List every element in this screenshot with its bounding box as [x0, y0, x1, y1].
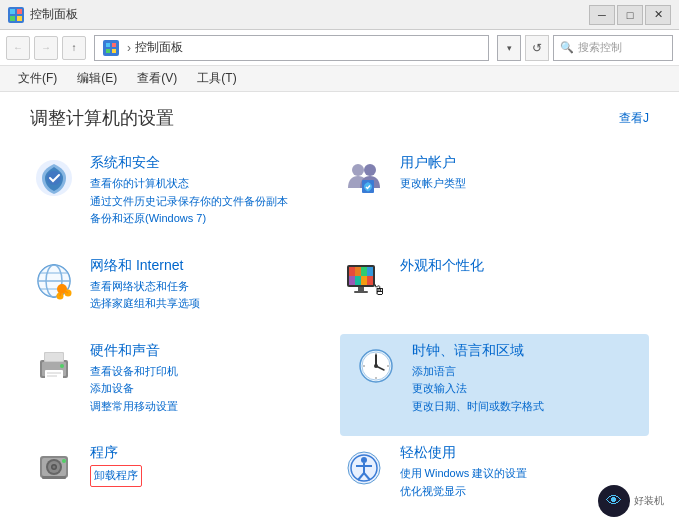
svg-rect-7 [112, 49, 116, 53]
category-user-accounts: 用户帐户 更改帐户类型 [340, 146, 650, 249]
homegroup-link[interactable]: 选择家庭组和共享选项 [90, 295, 328, 313]
page-title: 调整计算机的设置 [30, 106, 174, 130]
uninstall-box: 卸载程序 [90, 465, 142, 487]
address-path[interactable]: › 控制面板 [94, 35, 489, 61]
uninstall-programs-link[interactable]: 卸载程序 [90, 465, 328, 487]
svg-rect-40 [45, 353, 63, 361]
add-device-link[interactable]: 添加设备 [90, 380, 328, 398]
category-hardware: 硬件和声音 查看设备和打印机 添加设备 调整常用移动设置 [30, 334, 340, 437]
main-content: 调整计算机的设置 查看J 系统和安全 查看你的计算机状态 通过文件历史记录保存你… [0, 92, 679, 529]
svg-point-44 [60, 364, 64, 368]
back-button[interactable]: ← [6, 36, 30, 60]
title-bar: 控制面板 ─ □ ✕ [0, 0, 679, 30]
watermark-text: 好装机 [634, 494, 664, 508]
menu-tools[interactable]: 工具(T) [189, 67, 244, 90]
current-path: 控制面板 [135, 39, 183, 56]
svg-text:🖱: 🖱 [372, 282, 386, 298]
svg-rect-2 [10, 16, 15, 21]
path-icon [103, 40, 119, 56]
svg-rect-35 [354, 291, 368, 293]
user-accounts-title[interactable]: 用户帐户 [400, 154, 638, 172]
menu-view[interactable]: 查看(V) [129, 67, 185, 90]
svg-point-59 [53, 466, 56, 469]
clock-language-title[interactable]: 时钟、语言和区域 [412, 342, 638, 360]
network-content: 网络和 Internet 查看网络状态和任务 选择家庭组和共享选项 [90, 257, 328, 313]
programs-title[interactable]: 程序 [90, 444, 328, 462]
svg-rect-28 [361, 267, 367, 276]
search-box[interactable]: 🔍 搜索控制 [553, 35, 673, 61]
category-clock-language: 时钟、语言和区域 添加语言 更改输入法 更改日期、时间或数字格式 [340, 334, 650, 437]
category-programs: 程序 卸载程序 [30, 436, 340, 521]
search-icon: 🔍 [560, 41, 574, 54]
svg-point-60 [62, 459, 66, 463]
system-status-link[interactable]: 查看你的计算机状态 [90, 175, 328, 193]
network-title[interactable]: 网络和 Internet [90, 257, 328, 275]
change-date-time-link[interactable]: 更改日期、时间或数字格式 [412, 398, 638, 416]
svg-rect-3 [17, 16, 22, 21]
maximize-button[interactable]: □ [617, 5, 643, 25]
svg-rect-27 [355, 267, 361, 276]
categories-grid: 系统和安全 查看你的计算机状态 通过文件历史记录保存你的文件备份副本 备份和还原… [0, 138, 679, 529]
address-bar: ← → ↑ › 控制面板 ▾ ↺ 🔍 搜索控制 [0, 30, 679, 66]
hardware-content: 硬件和声音 查看设备和打印机 添加设备 调整常用移动设置 [90, 342, 328, 416]
appearance-content: 外观和个性化 [400, 257, 638, 278]
svg-point-10 [352, 164, 364, 176]
clock-language-icon [352, 342, 400, 390]
window-title: 控制面板 [30, 6, 78, 23]
search-placeholder: 搜索控制 [578, 40, 622, 55]
menu-edit[interactable]: 编辑(E) [69, 67, 125, 90]
svg-rect-5 [112, 43, 116, 47]
add-language-link[interactable]: 添加语言 [412, 363, 638, 381]
svg-point-11 [364, 164, 376, 176]
svg-rect-61 [42, 476, 66, 479]
system-security-content: 系统和安全 查看你的计算机状态 通过文件历史记录保存你的文件备份副本 备份和还原… [90, 154, 328, 228]
watermark: 👁 好装机 [591, 481, 671, 521]
close-button[interactable]: ✕ [645, 5, 671, 25]
file-history-link[interactable]: 通过文件历史记录保存你的文件备份副本 [90, 193, 328, 211]
path-dropdown[interactable]: ▾ [497, 35, 521, 61]
change-account-type-link[interactable]: 更改帐户类型 [400, 175, 638, 193]
svg-rect-6 [106, 49, 110, 53]
category-network: 网络和 Internet 查看网络状态和任务 选择家庭组和共享选项 [30, 249, 340, 334]
category-appearance: 🖱 外观和个性化 [340, 249, 650, 334]
minimize-button[interactable]: ─ [589, 5, 615, 25]
programs-content: 程序 卸载程序 [90, 444, 328, 487]
ease-of-access-icon [340, 444, 388, 492]
system-security-title[interactable]: 系统和安全 [90, 154, 328, 172]
network-icon [30, 257, 78, 305]
svg-rect-34 [358, 287, 364, 291]
ease-of-access-title[interactable]: 轻松使用 [400, 444, 638, 462]
programs-icon [30, 444, 78, 492]
menu-file[interactable]: 文件(F) [10, 67, 65, 90]
mobile-settings-link[interactable]: 调整常用移动设置 [90, 398, 328, 416]
svg-rect-32 [361, 276, 367, 285]
svg-rect-30 [349, 276, 355, 285]
svg-point-53 [374, 364, 378, 368]
forward-button[interactable]: → [34, 36, 58, 60]
svg-rect-4 [106, 43, 110, 47]
clock-language-content: 时钟、语言和区域 添加语言 更改输入法 更改日期、时间或数字格式 [412, 342, 638, 416]
refresh-button[interactable]: ↺ [525, 35, 549, 61]
menu-bar: 文件(F) 编辑(E) 查看(V) 工具(T) [0, 66, 679, 92]
svg-rect-31 [355, 276, 361, 285]
user-accounts-content: 用户帐户 更改帐户类型 [400, 154, 638, 193]
up-button[interactable]: ↑ [62, 36, 86, 60]
svg-rect-26 [349, 267, 355, 276]
appearance-title[interactable]: 外观和个性化 [400, 257, 638, 275]
change-input-method-link[interactable]: 更改输入法 [412, 380, 638, 398]
hardware-title[interactable]: 硬件和声音 [90, 342, 328, 360]
svg-point-64 [361, 457, 367, 463]
view-toggle[interactable]: 查看J [619, 110, 649, 127]
svg-rect-29 [367, 267, 373, 276]
hardware-icon [30, 342, 78, 390]
user-accounts-icon [340, 154, 388, 202]
windows-recommended-link[interactable]: 使用 Windows 建议的设置 [400, 465, 638, 483]
system-security-icon [30, 154, 78, 202]
network-status-link[interactable]: 查看网络状态和任务 [90, 278, 328, 296]
path-separator: › [127, 41, 131, 55]
backup-restore-link[interactable]: 备份和还原(Windows 7) [90, 210, 328, 228]
category-system-security: 系统和安全 查看你的计算机状态 通过文件历史记录保存你的文件备份副本 备份和还原… [30, 146, 340, 249]
svg-rect-1 [17, 9, 22, 14]
devices-printers-link[interactable]: 查看设备和打印机 [90, 363, 328, 381]
watermark-icon: 👁 [598, 485, 630, 517]
